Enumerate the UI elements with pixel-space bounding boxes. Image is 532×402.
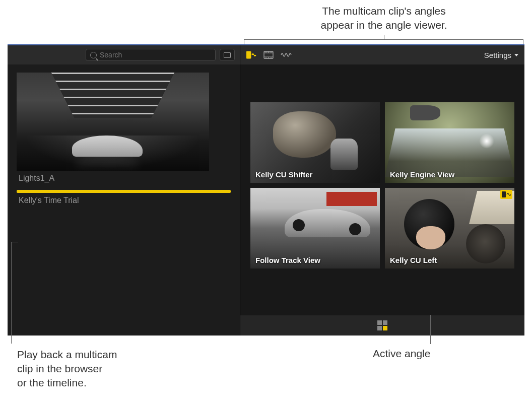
app-window: Search Lights1_A bbox=[8, 44, 524, 336]
settings-dropdown[interactable]: Settings bbox=[484, 51, 518, 59]
clip-item-selected[interactable]: Kelly's Time Trial bbox=[17, 190, 231, 205]
browser-clip-list: Lights1_A bbox=[8, 64, 240, 213]
viewer-footer bbox=[240, 315, 524, 336]
clip-thumbnail[interactable] bbox=[17, 73, 209, 171]
annotation-text: appear in the angle viewer. bbox=[320, 18, 447, 32]
angle-cell[interactable]: Kelly CU Shifter bbox=[250, 102, 380, 183]
video-audio-switch-icon[interactable] bbox=[246, 51, 256, 59]
angle-label: Kelly CU Shifter bbox=[255, 170, 312, 179]
angle-label: Follow Track View bbox=[255, 256, 320, 264]
grid-layout-button[interactable] bbox=[377, 320, 387, 330]
callout-line bbox=[430, 315, 431, 344]
annotation-bottom-left: Play back a multicam clip in the browser… bbox=[17, 348, 117, 390]
angle-cell-active[interactable]: Kelly CU Left bbox=[385, 188, 514, 269]
switch-mode-group bbox=[246, 51, 291, 59]
chevron-down-icon bbox=[514, 54, 518, 56]
annotation-text: Active angle bbox=[373, 348, 430, 359]
search-placeholder: Search bbox=[100, 51, 122, 59]
video-switch-icon[interactable] bbox=[263, 51, 274, 59]
clip-label: Lights1_A bbox=[17, 174, 231, 183]
annotation-text: The multicam clip's angles bbox=[320, 4, 447, 18]
annotation-text: clip in the browser bbox=[17, 362, 117, 376]
annotation-text: Play back a multicam bbox=[17, 348, 117, 362]
svg-rect-10 bbox=[502, 191, 506, 197]
annotation-top: The multicam clip's angles appear in the… bbox=[0, 4, 532, 32]
svg-rect-0 bbox=[246, 51, 251, 58]
callout-line bbox=[11, 242, 12, 344]
clip-thumbnail-selected[interactable] bbox=[17, 190, 231, 193]
audio-switch-icon[interactable] bbox=[281, 51, 291, 59]
active-angle-badge-icon bbox=[500, 190, 512, 199]
viewer-toolbar: Settings bbox=[240, 45, 524, 64]
browser-header: Search bbox=[8, 45, 240, 64]
search-input[interactable]: Search bbox=[86, 49, 216, 61]
angle-viewer-panel: Settings Kelly CU Shifter Kelly Engine V… bbox=[240, 45, 524, 336]
angle-label: Kelly Engine View bbox=[390, 170, 454, 179]
angle-label: Kelly CU Left bbox=[390, 256, 437, 264]
angle-cell[interactable]: Follow Track View bbox=[250, 188, 380, 269]
search-icon bbox=[90, 52, 97, 58]
clip-item[interactable]: Lights1_A bbox=[17, 73, 231, 183]
annotation-bottom-right: Active angle bbox=[373, 348, 430, 360]
angle-grid: Kelly CU Shifter Kelly Engine View Follo… bbox=[240, 64, 524, 279]
clip-label: Kelly's Time Trial bbox=[17, 196, 231, 205]
browser-panel: Search Lights1_A bbox=[8, 45, 240, 336]
angle-cell[interactable]: Kelly Engine View bbox=[385, 102, 514, 183]
filmstrip-toggle-button[interactable] bbox=[220, 49, 235, 61]
settings-label: Settings bbox=[484, 51, 511, 59]
callout-bracket bbox=[244, 35, 523, 44]
annotation-text: or the timeline. bbox=[17, 376, 117, 390]
filmstrip-icon bbox=[224, 52, 231, 58]
